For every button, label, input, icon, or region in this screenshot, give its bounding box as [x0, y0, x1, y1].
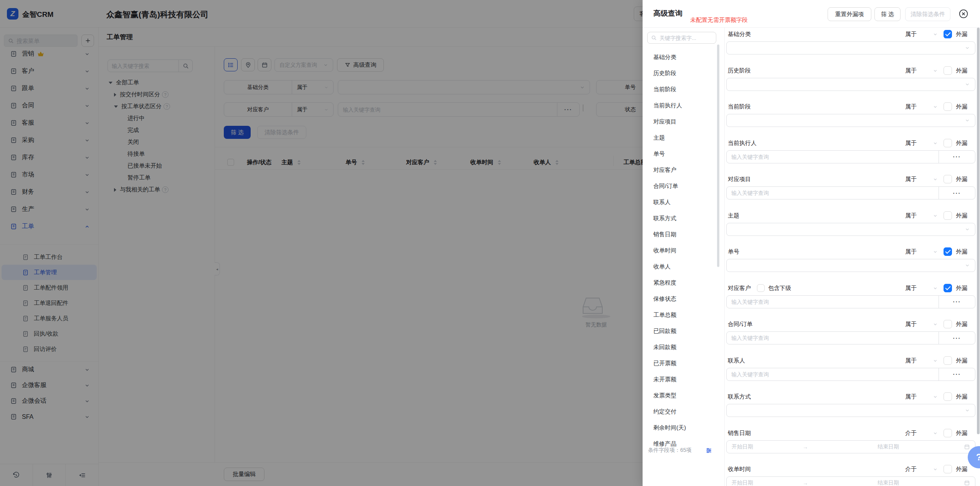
drawer-field-list-item[interactable]: 紧急程度 [643, 275, 719, 291]
operator-select[interactable]: 属于 [905, 321, 917, 328]
operator-select[interactable]: 属于 [905, 67, 917, 74]
operator-select[interactable]: 属于 [905, 285, 917, 292]
keyword-input[interactable] [731, 371, 934, 377]
drawer-field-list-item[interactable]: 收单时间 [643, 242, 719, 259]
chevron-down-icon[interactable] [933, 104, 938, 109]
drawer-field-list-item[interactable]: 未回款额 [643, 339, 719, 355]
reset-leak-button[interactable]: 重置外漏项 [828, 7, 871, 21]
leak-checkbox[interactable] [944, 30, 952, 38]
chevron-down-icon[interactable] [933, 249, 938, 254]
chevron-down-icon[interactable] [933, 431, 938, 436]
drawer-field-list-item[interactable]: 已回款额 [643, 323, 719, 339]
date-end-input[interactable]: 结束日期 [878, 443, 899, 450]
keyword-input[interactable] [731, 190, 934, 196]
value-select[interactable] [726, 404, 975, 417]
chevron-down-icon[interactable] [933, 467, 938, 472]
drawer-scrollbar[interactable] [977, 28, 980, 434]
drawer-field-list-item[interactable]: 发票类型 [643, 387, 719, 404]
chevron-down-icon[interactable] [933, 358, 938, 363]
field-search[interactable] [647, 32, 716, 44]
value-daterange[interactable]: 开始日期 → 结束日期 [726, 440, 975, 453]
drawer-clear-button[interactable]: 清除筛选条件 [905, 7, 950, 21]
drawer-field-list-item[interactable]: 已开票额 [643, 355, 719, 371]
more-options-button[interactable]: ··· [939, 368, 975, 381]
more-options-button[interactable]: ··· [939, 187, 975, 199]
leak-checkbox[interactable] [944, 392, 952, 401]
calendar-icon[interactable] [964, 444, 970, 450]
leak-checkbox[interactable] [944, 211, 952, 220]
chevron-down-icon[interactable] [933, 322, 938, 327]
drawer-field-list-item[interactable]: 主题 [643, 130, 719, 146]
drawer-field-list-item[interactable]: 当前执行人 [643, 97, 719, 114]
value-select[interactable] [726, 41, 975, 54]
chevron-down-icon[interactable] [933, 68, 938, 73]
operator-select[interactable]: 属于 [905, 103, 917, 110]
more-options-button[interactable]: ··· [939, 296, 975, 308]
chevron-down-icon[interactable] [933, 213, 938, 218]
value-select[interactable] [726, 259, 975, 272]
value-search-input[interactable] [727, 299, 939, 305]
chevron-down-icon[interactable] [933, 32, 938, 37]
drawer-field-list-item[interactable]: 单号 [643, 146, 719, 162]
leak-checkbox[interactable] [944, 175, 952, 183]
leak-checkbox[interactable] [944, 320, 952, 328]
drawer-field-list-item[interactable]: 销售日期 [643, 226, 719, 242]
chevron-down-icon[interactable] [933, 286, 938, 291]
field-search-input[interactable] [659, 35, 712, 41]
drawer-field-list-item[interactable]: 对应客户 [643, 162, 719, 178]
value-select[interactable] [726, 114, 975, 127]
keyword-input[interactable] [731, 335, 934, 341]
date-start-input[interactable]: 开始日期 [732, 479, 803, 486]
drawer-field-list-item[interactable]: 约定交付 [643, 404, 719, 420]
leak-checkbox[interactable] [944, 139, 952, 147]
leak-checkbox[interactable] [944, 66, 952, 75]
operator-select[interactable]: 介于 [905, 466, 917, 473]
include-sub-checkbox[interactable] [757, 284, 765, 292]
operator-select[interactable]: 属于 [905, 176, 917, 183]
leak-checkbox[interactable] [944, 102, 952, 111]
value-select[interactable] [726, 78, 975, 91]
chevron-down-icon[interactable] [933, 394, 938, 399]
operator-select[interactable]: 属于 [905, 357, 917, 364]
date-start-input[interactable]: 开始日期 [732, 443, 803, 450]
drawer-field-list-item[interactable]: 联系人 [643, 194, 719, 210]
drawer-field-list-item[interactable]: 历史阶段 [643, 65, 719, 81]
keyword-input[interactable] [731, 299, 934, 305]
leak-checkbox[interactable] [944, 247, 952, 256]
drawer-field-list-item[interactable]: 基础分类 [643, 49, 719, 65]
close-icon[interactable] [958, 8, 969, 19]
value-search-input[interactable] [727, 335, 939, 341]
drawer-field-list-item[interactable]: 对应项目 [643, 114, 719, 130]
value-daterange[interactable]: 开始日期 → 结束日期 [726, 476, 975, 486]
value-search-input[interactable] [727, 190, 939, 196]
operator-select[interactable]: 属于 [905, 140, 917, 147]
leak-checkbox[interactable] [944, 465, 952, 473]
value-search-input[interactable] [727, 154, 939, 160]
operator-select[interactable]: 属于 [905, 248, 917, 255]
field-config-icon[interactable] [705, 447, 712, 454]
operator-select[interactable]: 介于 [905, 430, 917, 437]
calendar-icon[interactable] [964, 480, 970, 486]
drawer-field-list-item[interactable]: 保修状态 [643, 291, 719, 307]
more-options-button[interactable]: ··· [939, 151, 975, 163]
chevron-down-icon[interactable] [933, 177, 938, 182]
drawer-field-list-item[interactable]: 联系方式 [643, 210, 719, 226]
chevron-down-icon[interactable] [933, 141, 938, 146]
drawer-field-list-item[interactable]: 当前阶段 [643, 81, 719, 97]
date-end-input[interactable]: 结束日期 [878, 479, 899, 486]
operator-select[interactable]: 属于 [905, 393, 917, 400]
leak-checkbox[interactable] [944, 356, 952, 365]
more-options-button[interactable]: ··· [939, 332, 975, 344]
keyword-input[interactable] [731, 154, 934, 160]
operator-select[interactable]: 属于 [905, 212, 917, 219]
drawer-field-list-item[interactable]: 剩余时间(天) [643, 420, 719, 436]
leak-checkbox[interactable] [944, 429, 952, 437]
value-search-input[interactable] [727, 371, 939, 377]
leak-checkbox[interactable] [944, 284, 952, 292]
drawer-field-list-item[interactable]: 未开票额 [643, 371, 719, 387]
operator-select[interactable]: 属于 [905, 31, 917, 38]
field-list-scrollbar[interactable] [717, 44, 719, 267]
drawer-field-list-item[interactable]: 工单总额 [643, 307, 719, 323]
drawer-filter-button[interactable]: 筛 选 [874, 7, 901, 21]
drawer-field-list-item[interactable]: 合同/订单 [643, 178, 719, 194]
